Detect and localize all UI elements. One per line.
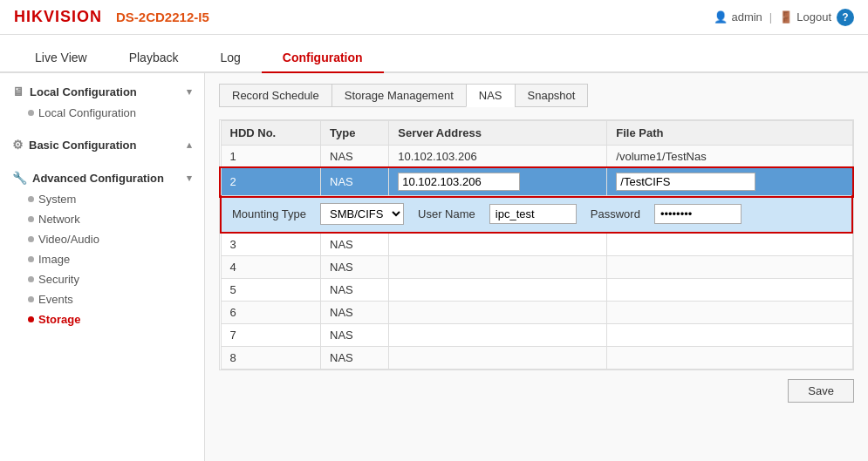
sub-tab-nas[interactable]: NAS xyxy=(466,84,515,107)
table-row-selected[interactable]: 2 NAS xyxy=(221,168,852,196)
table-header-row: HDD No. Type Server Address File Path xyxy=(221,121,852,146)
sidebar-section-local: 🖥 Local Configuration ▾ Local Configurat… xyxy=(0,73,204,126)
chevron-down-icon-2: ▾ xyxy=(187,173,192,184)
cell-server-address xyxy=(389,324,607,347)
table-row[interactable]: 1 NAS 10.102.103.206 /volume1/TestNas xyxy=(221,146,852,168)
advanced-config-label: Advanced Configuration xyxy=(32,172,164,185)
dot-video-audio xyxy=(28,236,34,242)
cell-server-address-2[interactable] xyxy=(389,168,607,196)
admin-info: 👤 admin | 🚪 Logout xyxy=(714,10,831,24)
help-icon[interactable]: ? xyxy=(837,9,854,26)
table-row[interactable]: 7 NAS xyxy=(221,324,852,347)
cell-hdd-no-2: 2 xyxy=(221,168,321,196)
logo-hikvision: HIKVISION xyxy=(14,8,102,26)
cell-hdd-no: 3 xyxy=(221,233,321,256)
sidebar: 🖥 Local Configuration ▾ Local Configurat… xyxy=(0,73,205,461)
table-row[interactable]: 4 NAS xyxy=(221,256,852,279)
cell-hdd-no: 8 xyxy=(221,347,321,369)
sidebar-section-advanced: 🔧 Advanced Configuration ▾ System Networ… xyxy=(0,159,204,333)
table-row[interactable]: 8 NAS xyxy=(221,347,852,369)
cell-hdd-no: 4 xyxy=(221,256,321,279)
cell-type-2: NAS xyxy=(321,168,389,196)
storage-label: Storage xyxy=(38,313,80,326)
cell-file-path xyxy=(607,279,852,302)
basic-config-label: Basic Configuration xyxy=(29,139,137,152)
sidebar-group-basic-config[interactable]: ⚙ Basic Configuration ▴ xyxy=(9,133,195,156)
table-row[interactable]: 6 NAS xyxy=(221,302,852,324)
system-label: System xyxy=(38,193,76,206)
chevron-up-icon: ▴ xyxy=(187,139,192,151)
dot-icon xyxy=(28,110,34,116)
admin-label: admin xyxy=(731,10,762,24)
sidebar-item-storage[interactable]: Storage xyxy=(9,309,195,329)
sub-tab-record-schedule[interactable]: Record Schedule xyxy=(219,84,331,107)
col-hdd-no: HDD No. xyxy=(221,121,321,146)
file-path-input[interactable] xyxy=(616,173,755,191)
cell-hdd-no: 5 xyxy=(221,279,321,302)
content-area: Record Schedule Storage Management NAS S… xyxy=(205,73,868,461)
sidebar-group-local-config[interactable]: 🖥 Local Configuration ▾ xyxy=(9,80,195,103)
video-audio-label: Video/Audio xyxy=(38,233,99,246)
table-row[interactable]: 3 NAS xyxy=(221,233,852,256)
sidebar-item-video-audio[interactable]: Video/Audio xyxy=(9,229,195,249)
sidebar-item-system[interactable]: System xyxy=(9,189,195,209)
server-address-input[interactable] xyxy=(398,173,520,191)
cell-server-address xyxy=(389,256,607,279)
nav-tabs: Live View Playback Log Configuration xyxy=(0,35,868,73)
sidebar-section-basic: ⚙ Basic Configuration ▴ xyxy=(0,126,204,159)
cell-type: NAS xyxy=(321,347,389,369)
monitor-icon: 🖥 xyxy=(12,85,24,98)
sidebar-group-advanced-config[interactable]: 🔧 Advanced Configuration ▾ xyxy=(9,166,195,189)
table-row[interactable]: 5 NAS xyxy=(221,279,852,302)
cell-file-path xyxy=(607,324,852,347)
local-config-label: Local Configuration xyxy=(30,85,137,98)
col-server-address: Server Address xyxy=(389,121,607,146)
sidebar-item-image[interactable]: Image xyxy=(9,249,195,269)
tab-live-view[interactable]: Live View xyxy=(14,44,108,73)
user-icon: 👤 xyxy=(714,10,728,24)
sidebar-item-network[interactable]: Network xyxy=(9,209,195,229)
password-label: Password xyxy=(591,207,640,220)
cell-server-address xyxy=(389,233,607,256)
dot-events xyxy=(28,296,34,302)
tab-playback[interactable]: Playback xyxy=(108,44,200,73)
password-input[interactable] xyxy=(654,204,742,224)
save-button[interactable]: Save xyxy=(788,379,854,403)
mounting-type-label: Mounting Type xyxy=(232,207,306,220)
logout-link[interactable]: Logout xyxy=(796,10,831,24)
cell-server-address xyxy=(389,302,607,324)
cell-type: NAS xyxy=(321,256,389,279)
sidebar-item-security[interactable]: Security xyxy=(9,269,195,289)
events-label: Events xyxy=(38,293,73,306)
sub-tab-storage-management[interactable]: Storage Management xyxy=(331,84,466,107)
separator: | xyxy=(769,10,772,24)
col-type: Type xyxy=(321,121,389,146)
cell-file-path: /volume1/TestNas xyxy=(607,146,852,168)
sidebar-item-local-config[interactable]: Local Configuration xyxy=(9,103,195,123)
cell-hdd-no: 1 xyxy=(221,146,321,168)
sidebar-item-events[interactable]: Events xyxy=(9,289,195,309)
network-label: Network xyxy=(38,213,80,226)
tab-log[interactable]: Log xyxy=(199,44,261,73)
expanded-details-row: Mounting Type SMB/CIFS NFS User Name Pas… xyxy=(221,196,852,234)
mounting-type-select[interactable]: SMB/CIFS NFS xyxy=(320,203,404,225)
col-file-path: File Path xyxy=(607,121,852,146)
gear-icon: ⚙ xyxy=(12,138,24,152)
tab-configuration[interactable]: Configuration xyxy=(262,44,384,73)
cell-file-path-2[interactable] xyxy=(607,168,852,196)
chevron-down-icon: ▾ xyxy=(187,86,192,98)
expanded-details: Mounting Type SMB/CIFS NFS User Name Pas… xyxy=(232,203,841,225)
cell-type: NAS xyxy=(321,146,389,168)
header-right: 👤 admin | 🚪 Logout ? xyxy=(714,9,854,26)
dot-storage xyxy=(28,316,34,322)
image-label: Image xyxy=(38,253,70,266)
main-layout: 🖥 Local Configuration ▾ Local Configurat… xyxy=(0,73,868,461)
logo-model: DS-2CD2212-I5 xyxy=(116,10,209,24)
user-name-input[interactable] xyxy=(489,204,577,224)
local-config-item-label: Local Configuration xyxy=(38,106,136,119)
security-label: Security xyxy=(38,273,79,286)
sub-tab-snapshot[interactable]: Snapshot xyxy=(515,84,589,107)
expanded-cell: Mounting Type SMB/CIFS NFS User Name Pas… xyxy=(221,196,852,234)
cell-type: NAS xyxy=(321,302,389,324)
cell-hdd-no: 6 xyxy=(221,302,321,324)
